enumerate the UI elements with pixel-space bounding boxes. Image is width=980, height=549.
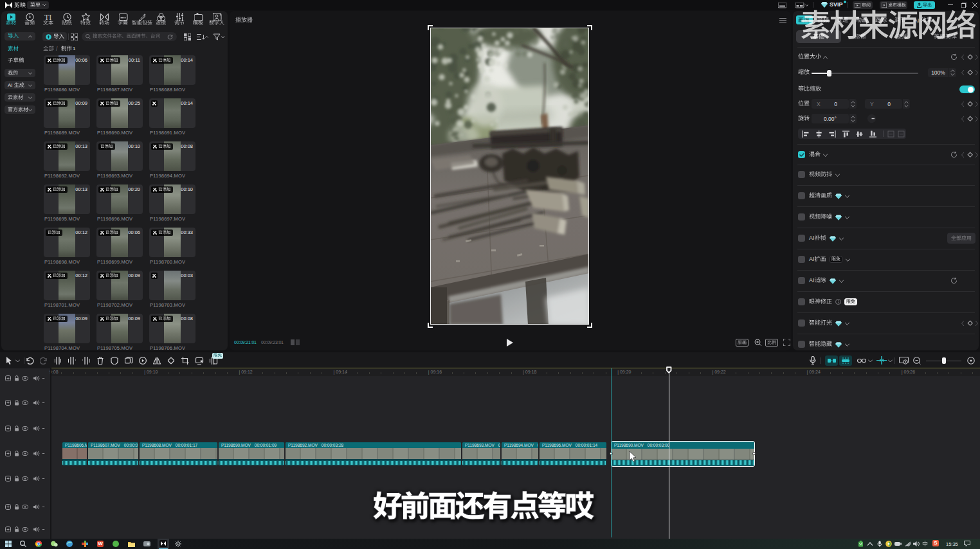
svg-text:I: I xyxy=(813,235,815,241)
svg-text:I: I xyxy=(813,277,815,284)
svg-text:I: I xyxy=(11,82,12,88)
svg-text:I: I xyxy=(813,256,815,262)
